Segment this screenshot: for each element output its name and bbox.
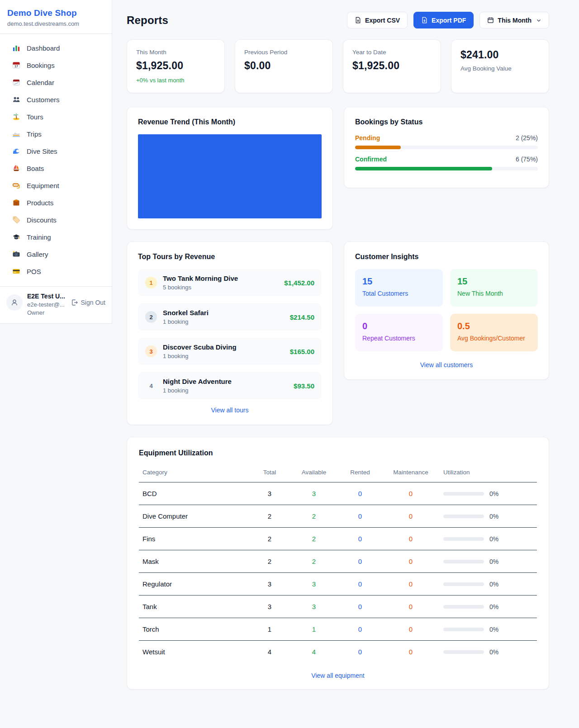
- cell-available: 3: [290, 596, 338, 618]
- sign-out-button[interactable]: Sign Out: [71, 299, 105, 306]
- avatar: [6, 294, 23, 311]
- stat-cards: This Month $1,925.00 +0% vs last month P…: [127, 39, 549, 93]
- tile-value: 0.5: [457, 321, 531, 331]
- sidebar-item-pos[interactable]: POS: [0, 263, 112, 280]
- file-download-icon: [355, 17, 361, 24]
- cell-rented: 0: [338, 618, 382, 641]
- sidebar-item-discounts[interactable]: Discounts: [0, 211, 112, 228]
- table-row: Regulator 3 3 0 0 0%: [139, 573, 537, 596]
- export-pdf-button[interactable]: Export PDF: [413, 12, 474, 28]
- sidebar-item-customers[interactable]: Customers: [0, 91, 112, 108]
- label-tag-icon: [12, 216, 21, 224]
- sidebar-item-trips[interactable]: Trips: [0, 125, 112, 142]
- sidebar-item-boats[interactable]: Boats: [0, 160, 112, 177]
- export-pdf-label: Export PDF: [432, 17, 466, 24]
- sidebar-item-gallery[interactable]: Gallery: [0, 246, 112, 263]
- insights-row: Top Tours by Revenue 1 Two Tank Morning …: [127, 241, 549, 425]
- utilization-track: [443, 650, 484, 654]
- sidebar-item-tours[interactable]: Tours: [0, 108, 112, 125]
- rank-badge: 2: [145, 311, 157, 323]
- tour-name: Two Tank Morning Dive: [163, 274, 238, 282]
- cell-category: Dive Computer: [139, 505, 250, 528]
- sidebar-item-label: Bookings: [27, 61, 55, 69]
- view-all-tours-link[interactable]: View all tours: [138, 407, 322, 414]
- column-header: Available: [290, 465, 338, 482]
- tour-bookings: 1 booking: [163, 318, 209, 325]
- export-csv-button[interactable]: Export CSV: [347, 12, 408, 28]
- sidebar-item-bookings[interactable]: 17 Bookings: [0, 57, 112, 74]
- status-label: Confirmed: [355, 156, 387, 163]
- tour-revenue: $214.50: [290, 313, 314, 321]
- sidebar-item-label: Training: [27, 233, 51, 241]
- bar-chart-icon: [12, 44, 21, 52]
- camera-icon: [12, 250, 21, 258]
- progress-track: [355, 146, 538, 149]
- revenue-trend-card: Revenue Trend (This Month): [127, 107, 333, 230]
- progress-track: [355, 167, 538, 170]
- tile-value: 15: [457, 276, 531, 287]
- table-row: Wetsuit 4 4 0 0 0%: [139, 641, 537, 663]
- sidebar-item-calendar[interactable]: Calendar: [0, 74, 112, 91]
- sidebar-item-label: Customers: [27, 96, 60, 104]
- sidebar-item-label: Calendar: [27, 79, 54, 86]
- cell-maintenance: 0: [382, 573, 440, 596]
- cell-available: 3: [290, 482, 338, 505]
- cell-available: 2: [290, 550, 338, 573]
- cell-total: 3: [250, 573, 290, 596]
- package-icon: [12, 199, 21, 207]
- view-all-customers-link[interactable]: View all customers: [355, 361, 538, 369]
- cell-category: Regulator: [139, 573, 250, 596]
- desert-island-icon: [12, 113, 21, 121]
- table-row: Dive Computer 2 2 0 0 0%: [139, 505, 537, 528]
- equipment-table: Category Total Available Rented Maintena…: [139, 465, 537, 663]
- cell-utilization: 0%: [489, 626, 498, 633]
- table-row: BCD 3 3 0 0 0%: [139, 482, 537, 505]
- sidebar: Demo Dive Shop demo.test.divestreams.com…: [0, 0, 112, 324]
- user-role: Owner: [27, 309, 65, 316]
- cell-maintenance: 0: [382, 641, 440, 663]
- tear-off-calendar-icon: [12, 78, 21, 86]
- utilization-track: [443, 582, 484, 586]
- diving-mask-icon: [12, 181, 21, 189]
- sidebar-item-label: Boats: [27, 165, 44, 172]
- shop-domain: demo.test.divestreams.com: [7, 20, 104, 27]
- tour-row: 1 Two Tank Morning Dive 5 bookings $1,45…: [138, 269, 322, 296]
- cell-total: 2: [250, 505, 290, 528]
- sidebar-item-products[interactable]: Products: [0, 194, 112, 211]
- sidebar-item-dashboard[interactable]: Dashboard: [0, 39, 112, 57]
- sign-out-label: Sign Out: [81, 299, 105, 306]
- cell-rented: 0: [338, 641, 382, 663]
- cell-rented: 0: [338, 505, 382, 528]
- revenue-trend-chart: [138, 134, 322, 218]
- cell-category: Wetsuit: [139, 641, 250, 663]
- sidebar-item-dive-sites[interactable]: Dive Sites: [0, 142, 112, 160]
- table-row: Mask 2 2 0 0 0%: [139, 550, 537, 573]
- stat-card-year-to-date: Year to Date $1,925.00: [343, 39, 441, 93]
- column-header: Total: [250, 465, 290, 482]
- cell-total: 2: [250, 550, 290, 573]
- period-dropdown[interactable]: This Month: [479, 12, 549, 28]
- stat-value: $1,925.00: [352, 60, 432, 72]
- view-all-equipment-link[interactable]: View all equipment: [139, 672, 537, 679]
- sidebar-item-equipment[interactable]: Equipment: [0, 177, 112, 194]
- top-tours-card: Top Tours by Revenue 1 Two Tank Morning …: [127, 241, 333, 425]
- sidebar-nav: Dashboard 17 Bookings Calendar Customers…: [0, 34, 112, 286]
- cell-category: Torch: [139, 618, 250, 641]
- cell-maintenance: 0: [382, 618, 440, 641]
- stat-delta: +0% vs last month: [136, 77, 215, 84]
- sign-out-icon: [71, 299, 78, 306]
- tile-value: 0: [362, 321, 436, 331]
- cell-maintenance: 0: [382, 528, 440, 550]
- period-label: This Month: [498, 17, 532, 24]
- stat-label: Previous Period: [244, 49, 323, 56]
- bookings-by-status-card: Bookings by Status Pending 2 (25%) Confi…: [344, 107, 549, 188]
- top-tours-title: Top Tours by Revenue: [138, 253, 322, 261]
- svg-text:17: 17: [14, 65, 18, 68]
- cell-total: 4: [250, 641, 290, 663]
- tile-repeat-customers: 0 Repeat Customers: [355, 314, 443, 351]
- graduation-cap-icon: [12, 233, 21, 241]
- rank-badge: 4: [145, 380, 157, 392]
- sidebar-item-training[interactable]: Training: [0, 228, 112, 246]
- tour-row: 4 Night Dive Adventure 1 booking $93.50: [138, 372, 322, 399]
- user-name: E2E Test U...: [27, 293, 65, 300]
